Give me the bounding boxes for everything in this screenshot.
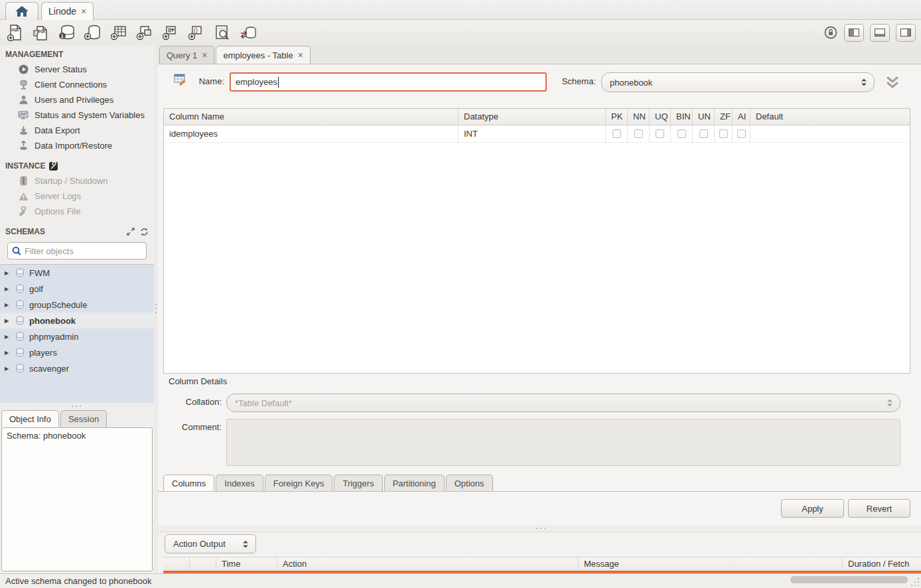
column-header[interactable]: PK <box>606 109 628 125</box>
output-selector[interactable]: Action Output <box>165 534 256 553</box>
column-header[interactable]: NN <box>628 109 650 125</box>
home-tab[interactable] <box>5 2 38 20</box>
un-checkbox[interactable] <box>699 129 708 138</box>
sidebar-horizontal-splitter[interactable] <box>0 403 154 409</box>
expander-icon[interactable]: ▶ <box>5 302 11 308</box>
sidebar-item-status-variables[interactable]: Status and System Variables <box>0 108 154 123</box>
tab-foreign-keys[interactable]: Foreign Keys <box>265 475 333 492</box>
resize-grip[interactable] <box>918 585 919 586</box>
output-header[interactable]: Action <box>277 557 579 571</box>
sidebar-item-data-export[interactable]: Data Export <box>0 123 154 138</box>
open-sql-script-button[interactable]: SQL <box>31 23 51 42</box>
pk-checkbox[interactable] <box>612 129 621 138</box>
bin-checkbox[interactable] <box>677 129 686 138</box>
expand-header-button[interactable] <box>883 74 902 92</box>
sidebar-item-startup-shutdown[interactable]: Startup / Shutdown <box>0 173 154 188</box>
column-header[interactable]: Column Name <box>164 109 459 125</box>
connection-tab[interactable]: Linode × <box>41 2 94 20</box>
close-icon[interactable]: × <box>202 50 207 60</box>
nn-checkbox[interactable] <box>634 129 643 138</box>
column-header[interactable]: UQ <box>650 109 671 125</box>
column-header[interactable]: BIN <box>671 109 693 125</box>
schema-item-fwm[interactable]: ▶ FWM <box>0 265 154 281</box>
collation-select[interactable]: *Table Default* <box>226 394 900 412</box>
close-icon[interactable]: × <box>81 7 86 16</box>
column-header[interactable]: Datatype <box>459 109 606 125</box>
tab-options[interactable]: Options <box>446 475 493 492</box>
output-header[interactable] <box>190 557 216 571</box>
create-function-button[interactable]: () <box>186 23 206 42</box>
ai-cell[interactable] <box>733 125 750 143</box>
filter-objects-input[interactable] <box>25 246 142 256</box>
tab-columns[interactable]: Columns <box>163 475 214 492</box>
schema-item-groupschedule[interactable]: ▶ groupSchedule <box>0 297 154 313</box>
toggle-right-sidebar-button[interactable] <box>896 24 916 42</box>
sidebar-item-client-connections[interactable]: Client Connections <box>0 77 154 92</box>
schema-inspector-button[interactable]: i <box>57 23 77 42</box>
sidebar-item-users-privileges[interactable]: Users and Privileges <box>0 92 154 108</box>
expand-schemas-icon[interactable] <box>127 228 135 236</box>
expander-icon[interactable]: ▶ <box>5 270 11 276</box>
column-header[interactable]: AI <box>733 109 750 125</box>
tab-session[interactable]: Session <box>60 410 107 427</box>
tab-query-1[interactable]: Query 1 × <box>159 46 214 64</box>
column-header[interactable]: ZF <box>715 109 733 125</box>
sync-database-button[interactable] <box>238 23 258 42</box>
sidebar-item-server-logs[interactable]: Server Logs <box>0 188 154 204</box>
zf-cell[interactable] <box>715 125 733 143</box>
nn-cell[interactable] <box>628 125 650 143</box>
default-cell[interactable] <box>750 125 910 143</box>
toggle-left-sidebar-button[interactable] <box>844 24 864 42</box>
horizontal-scrollbar-thumb[interactable] <box>790 576 908 583</box>
create-schema-button[interactable] <box>83 23 103 42</box>
column-row-idemployees[interactable]: idemployees INT <box>164 125 910 143</box>
tab-partitioning[interactable]: Partitioning <box>384 475 445 492</box>
output-header[interactable] <box>163 557 190 571</box>
create-view-button[interactable] <box>135 23 155 42</box>
comment-textarea[interactable] <box>226 419 900 466</box>
expander-icon[interactable]: ▶ <box>5 286 11 292</box>
sidebar-item-server-status[interactable]: Server Status <box>0 62 154 77</box>
sidebar-item-options-file[interactable]: Options File <box>0 204 154 219</box>
tab-indexes[interactable]: Indexes <box>216 475 263 492</box>
datatype-cell[interactable]: INT <box>459 125 606 143</box>
schema-select[interactable]: phonebook <box>601 72 875 92</box>
tab-employees-table[interactable]: employees - Table × <box>216 46 310 64</box>
output-header[interactable]: Message <box>579 557 843 571</box>
expander-icon[interactable]: ▶ <box>5 334 11 340</box>
column-name-cell[interactable]: idemployees <box>164 125 459 143</box>
column-header[interactable]: Default <box>750 109 910 125</box>
expander-icon[interactable]: ▶ <box>5 318 11 324</box>
schema-item-phonebook[interactable]: ▶ phonebook <box>0 313 154 329</box>
bin-cell[interactable] <box>671 125 693 143</box>
schema-item-phpmyadmin[interactable]: ▶ phpmyadmin <box>0 329 154 344</box>
create-table-button[interactable] <box>109 23 129 42</box>
ai-checkbox[interactable] <box>737 129 746 138</box>
table-name-input[interactable]: employees <box>230 72 547 92</box>
output-header[interactable]: Duration / Fetch <box>843 557 921 571</box>
expander-icon[interactable]: ▶ <box>5 350 11 356</box>
toggle-bottom-panel-button[interactable] <box>870 24 890 42</box>
create-procedure-button[interactable] <box>161 23 180 42</box>
expander-icon[interactable]: ▶ <box>5 366 11 372</box>
refresh-schemas-icon[interactable] <box>140 228 149 236</box>
tab-object-info[interactable]: Object Info <box>1 410 59 427</box>
tab-triggers[interactable]: Triggers <box>334 475 382 492</box>
uq-checkbox[interactable] <box>656 129 664 138</box>
close-icon[interactable]: × <box>298 50 303 60</box>
uq-cell[interactable] <box>650 125 671 143</box>
search-data-button[interactable] <box>212 23 232 42</box>
schema-item-golf[interactable]: ▶ golf <box>0 281 154 297</box>
schema-item-scavenger[interactable]: ▶ scavenger <box>0 360 154 376</box>
new-sql-tab-button[interactable]: SQL <box>5 23 25 42</box>
revert-button[interactable]: Revert <box>848 499 910 518</box>
apply-button[interactable]: Apply <box>781 499 844 518</box>
schema-item-players[interactable]: ▶ players <box>0 344 154 360</box>
column-header[interactable]: UN <box>693 109 715 125</box>
pk-cell[interactable] <box>606 125 628 143</box>
zf-checkbox[interactable] <box>719 129 728 138</box>
output-header[interactable]: Time <box>216 557 277 571</box>
sidebar-item-data-import[interactable]: Data Import/Restore <box>0 138 154 153</box>
output-horizontal-splitter[interactable] <box>158 525 921 532</box>
un-cell[interactable] <box>693 125 715 143</box>
